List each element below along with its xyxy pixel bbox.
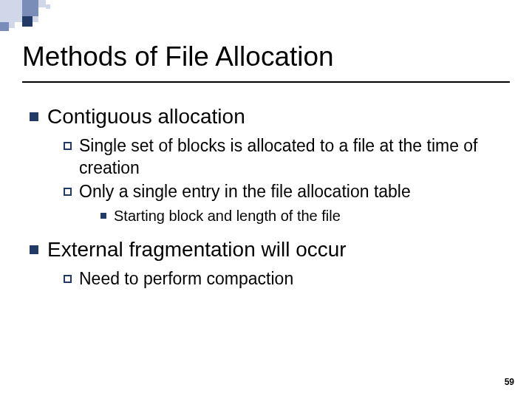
filled-square-icon bbox=[30, 112, 38, 121]
sub-bullet-item: Need to perform compaction bbox=[64, 268, 502, 290]
filled-square-icon bbox=[100, 213, 106, 219]
outline-square-icon bbox=[64, 142, 72, 150]
sub-bullet-item: Only a single entry in the file allocati… bbox=[64, 181, 502, 203]
sub-bullet-text: Only a single entry in the file allocati… bbox=[79, 181, 411, 203]
outline-square-icon bbox=[64, 188, 72, 196]
bullet-item: Contiguous allocation Single set of bloc… bbox=[30, 103, 502, 226]
sub-sub-bullet-text: Starting block and length of the file bbox=[114, 206, 341, 226]
header-decoration bbox=[0, 0, 532, 34]
title-underline bbox=[22, 81, 510, 83]
sub-sub-bullet-item: Starting block and length of the file bbox=[100, 206, 502, 226]
bullet-text: External fragmentation will occur bbox=[47, 236, 347, 262]
sub-bullet-text: Single set of blocks is allocated to a f… bbox=[79, 135, 502, 180]
outline-square-icon bbox=[64, 275, 72, 283]
filled-square-icon bbox=[30, 245, 38, 254]
page-number: 59 bbox=[505, 377, 514, 387]
bullet-text: Contiguous allocation bbox=[47, 103, 245, 129]
slide-title: Methods of File Allocation bbox=[22, 41, 334, 72]
slide-content: Contiguous allocation Single set of bloc… bbox=[30, 103, 502, 301]
bullet-item: External fragmentation will occur Need t… bbox=[30, 236, 502, 290]
sub-bullet-text: Need to perform compaction bbox=[79, 268, 293, 290]
sub-bullet-item: Single set of blocks is allocated to a f… bbox=[64, 135, 502, 180]
